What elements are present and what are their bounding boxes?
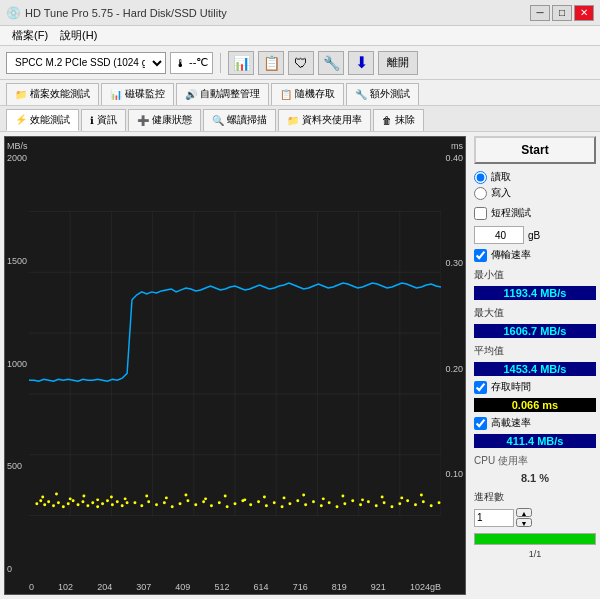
tab-perf-test[interactable]: ⚡ 效能測試: [6, 109, 79, 131]
chart-ms-label: ms: [451, 141, 463, 151]
svg-point-94: [361, 498, 364, 501]
tab-auto-manage[interactable]: 🔊 自動調整管理: [176, 83, 269, 105]
svg-point-95: [381, 495, 384, 498]
toolbar-btn-1[interactable]: 📊: [228, 51, 254, 75]
tab-monitor-icon: 📊: [110, 89, 122, 100]
tab-scan[interactable]: 🔍 螺讀掃描: [203, 109, 276, 131]
tab-disk-monitor[interactable]: 📊 磁碟監控: [101, 83, 174, 105]
menu-help[interactable]: 說明(H): [54, 27, 103, 44]
svg-point-51: [249, 503, 252, 506]
close-button[interactable]: ✕: [574, 5, 594, 21]
chart-x-labels: 0 102 204 307 409 512 614 716 819 921 10…: [29, 582, 441, 592]
drive-select[interactable]: SPCC M.2 PCIe SSD (1024 gB): [6, 52, 166, 74]
min-label: 最小值: [474, 268, 596, 282]
radio-write[interactable]: 寫入: [474, 186, 596, 200]
svg-point-60: [320, 504, 323, 507]
access-value: 0.066 ms: [474, 398, 596, 412]
svg-point-47: [218, 501, 221, 504]
gb-spinbox-row: gB: [474, 226, 596, 244]
toolbar-btn-2[interactable]: 📋: [258, 51, 284, 75]
svg-point-56: [288, 502, 291, 505]
toolbar-btn-3[interactable]: 🛡: [288, 51, 314, 75]
tab-health-icon: ➕: [137, 115, 149, 126]
svg-point-42: [179, 502, 182, 505]
menu-bar: 檔案(F) 說明(H): [0, 26, 600, 46]
title-bar: 💿 HD Tune Pro 5.75 - Hard Disk/SSD Utili…: [0, 0, 600, 26]
svg-point-63: [343, 502, 346, 505]
svg-point-30: [101, 502, 104, 505]
thread-down-btn[interactable]: ▼: [516, 518, 532, 527]
toolbar-exit-button[interactable]: 離開: [378, 51, 418, 75]
thread-up-btn[interactable]: ▲: [516, 508, 532, 517]
tab-folder[interactable]: 📁 資料夾使用率: [278, 109, 371, 131]
svg-point-92: [322, 497, 325, 500]
tab-scan-icon: 🔍: [212, 115, 224, 126]
tab-file-perf[interactable]: 📁 檔案效能測試: [6, 83, 99, 105]
access-time-checkbox[interactable]: 存取時間: [474, 380, 596, 394]
radio-read[interactable]: 讀取: [474, 170, 596, 184]
short-test-checkbox[interactable]: 短程測試: [474, 206, 596, 220]
temp-display: 🌡 --℃: [170, 52, 213, 74]
svg-point-84: [165, 496, 168, 499]
gb-spinbox[interactable]: [474, 226, 524, 244]
svg-point-68: [383, 501, 386, 504]
svg-point-72: [414, 503, 417, 506]
svg-point-21: [57, 501, 60, 504]
svg-point-29: [96, 505, 99, 508]
progress-text: 1/1: [474, 549, 596, 559]
tab-info[interactable]: ℹ 資訊: [81, 109, 126, 131]
cpu-usage-value: 8.1 %: [474, 472, 596, 484]
svg-point-44: [194, 503, 197, 506]
svg-point-89: [263, 495, 266, 498]
svg-point-97: [420, 493, 423, 496]
svg-point-57: [296, 499, 299, 502]
svg-point-39: [155, 503, 158, 506]
svg-point-27: [86, 504, 89, 507]
tab-extra-test[interactable]: 🔧 額外測試: [346, 83, 419, 105]
minimize-button[interactable]: ─: [530, 5, 550, 21]
svg-point-22: [62, 505, 65, 508]
tab-bar-2: ⚡ 效能測試 ℹ 資訊 ➕ 健康狀態 🔍 螺讀掃描 📁 資料夾使用率 🗑 抹除: [0, 106, 600, 132]
svg-point-91: [302, 493, 305, 496]
svg-point-55: [281, 505, 284, 508]
transfer-rate-checkbox[interactable]: 傳輸速率: [474, 248, 596, 262]
svg-point-48: [226, 505, 229, 508]
svg-point-86: [204, 497, 207, 500]
svg-point-28: [91, 501, 94, 504]
chart-y-left: 2000 1500 1000 500 0: [7, 153, 27, 574]
gb-label: gB: [528, 230, 540, 241]
tab-bar-1: 📁 檔案效能測試 📊 磁碟監控 🔊 自動調整管理 📋 隨機存取 🔧 額外測試: [0, 80, 600, 106]
maximize-button[interactable]: □: [552, 5, 572, 21]
tab-file-icon: 📁: [15, 89, 27, 100]
tab-perf-icon: ⚡: [15, 114, 27, 125]
thread-label: 進程數: [474, 490, 596, 504]
tab-health[interactable]: ➕ 健康狀態: [128, 109, 201, 131]
svg-point-36: [133, 501, 136, 504]
access-time-dots: [35, 492, 440, 508]
svg-point-34: [121, 504, 124, 507]
svg-point-24: [72, 499, 75, 502]
svg-point-59: [312, 500, 315, 503]
max-value: 1606.7 MB/s: [474, 324, 596, 338]
burst-value: 411.4 MB/s: [474, 434, 596, 448]
svg-point-74: [430, 504, 433, 507]
toolbar: SPCC M.2 PCIe SSD (1024 gB) 🌡 --℃ 📊 📋 🛡 …: [0, 46, 600, 80]
svg-point-69: [390, 505, 393, 508]
burst-rate-checkbox[interactable]: 高載速率: [474, 416, 596, 430]
tab-random-access[interactable]: 📋 隨機存取: [271, 83, 344, 105]
svg-point-26: [81, 500, 84, 503]
start-button[interactable]: Start: [474, 136, 596, 164]
thread-spinbox[interactable]: [474, 509, 514, 527]
toolbar-btn-4[interactable]: 🔧: [318, 51, 344, 75]
svg-point-52: [257, 500, 260, 503]
toolbar-separator: [220, 53, 221, 73]
svg-point-64: [351, 499, 354, 502]
svg-point-46: [210, 504, 213, 507]
menu-file[interactable]: 檔案(F): [6, 27, 54, 44]
right-panel: Start 讀取 寫入 短程測試 gB 傳輸速率 最小值 1193.4 MB/s…: [470, 132, 600, 599]
svg-point-81: [110, 495, 113, 498]
svg-point-87: [224, 494, 227, 497]
toolbar-btn-5[interactable]: ⬇: [348, 51, 374, 75]
tab-erase[interactable]: 🗑 抹除: [373, 109, 424, 131]
min-value: 1193.4 MB/s: [474, 286, 596, 300]
